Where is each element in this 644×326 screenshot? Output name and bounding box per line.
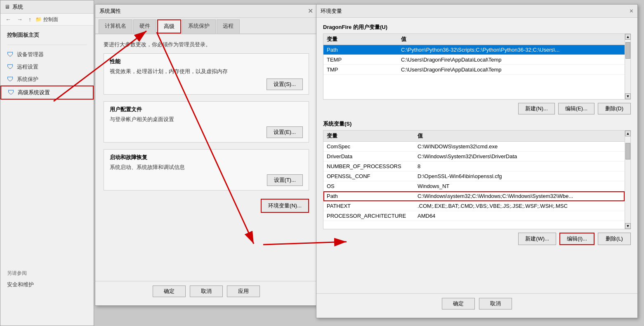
sys-var-col-header: 变量 <box>323 131 414 142</box>
user-edit-button[interactable]: 编辑(E)... <box>558 103 594 114</box>
shield-icon-3: 🛡 <box>7 76 14 83</box>
env-vars-footer: 确定 取消 <box>316 293 637 314</box>
user-profiles-settings-button[interactable]: 设置(E)... <box>267 126 303 138</box>
startup-recovery-section: 启动和故障恢复 系统启动、系统故障和调试信息 设置(T)... <box>104 149 309 190</box>
sys-edit-button[interactable]: 编辑(I)... <box>559 233 594 245</box>
sidebar-item-system-protection[interactable]: 🛡 系统保护 <box>0 73 94 86</box>
breadcrumb: 📁 控制面 <box>35 16 90 23</box>
user-vars-table-inner: 变量 值 Path C:\Python\Python36-32\Scripts;… <box>323 34 625 99</box>
user-var-row-temp[interactable]: TEMP C:\Users\DragonFire\AppData\Local\T… <box>323 55 625 65</box>
sys-scrollbar-thumb[interactable] <box>625 143 630 159</box>
tab-computer-name[interactable]: 计算机名 <box>99 19 132 33</box>
user-var-row-tmp[interactable]: TMP C:\Users\DragonFire\AppData\Local\Te… <box>323 65 625 75</box>
user-new-button[interactable]: 新建(N)... <box>518 103 555 114</box>
sys-var-row-driverdata[interactable]: DriverData C:\Windows\System32\Drivers\D… <box>323 152 625 162</box>
sys-var-row-comspec[interactable]: ComSpec C:\WINDOWS\system32\cmd.exe <box>323 142 625 152</box>
user-delete-button[interactable]: 删除(D) <box>598 103 631 114</box>
sys-props-titlebar: 系统属性 ✕ <box>95 5 317 18</box>
env-vars-close-button[interactable]: × <box>630 7 633 15</box>
shield-icon-1: 🛡 <box>7 51 14 58</box>
env-vars-title: 环境变量 <box>321 7 342 15</box>
sidebar: 控制面板主页 🛡 设备管理器 🛡 远程设置 🛡 系统保护 🛡 高级系统设置 另请… <box>0 26 94 294</box>
sys-var-row-openssl[interactable]: OPENSSL_CONF D:\OpenSSL-Win64\bin\openss… <box>323 171 625 181</box>
system-titlebar: 🖥 系统 <box>0 0 94 14</box>
sidebar-label-system-protection: 系统保护 <box>17 76 38 83</box>
user-vars-buttons: 新建(N)... 编辑(E)... 删除(D) <box>323 103 631 114</box>
sys-var-pathext-val: .COM;.EXE;.BAT;.CMD;.VBS;.VBE;.JS;.JSE;.… <box>414 201 625 211</box>
shield-icon-4: 🛡 <box>8 89 14 96</box>
sys-var-path-name: Path <box>323 191 414 201</box>
startup-recovery-title: 启动和故障恢复 <box>110 154 303 161</box>
navigation-bar: ← → ↑ 📁 控制面 <box>0 14 94 26</box>
user-val-col-header: 值 <box>398 34 625 45</box>
user-profiles-desc: 与登录帐户相关的桌面设置 <box>110 116 303 123</box>
sys-delete-button[interactable]: 删除(L) <box>598 233 631 245</box>
back-button[interactable]: ← <box>4 15 13 24</box>
sys-var-driverdata-val: C:\Windows\System32\Drivers\DriverData <box>414 152 625 162</box>
tab-system-protection[interactable]: 系统保护 <box>182 19 216 33</box>
sys-props-ok-button[interactable]: 确定 <box>153 286 186 297</box>
sys-new-button[interactable]: 新建(W)... <box>518 233 556 245</box>
env-vars-button[interactable]: 环境变量(N)... <box>261 199 309 213</box>
scrollbar-thumb[interactable] <box>625 42 630 59</box>
sys-props-footer: 确定 取消 应用 <box>95 281 317 301</box>
tab-hardware[interactable]: 硬件 <box>133 19 156 33</box>
user-vars-table: 变量 值 Path C:\Python\Python36-32\Scripts;… <box>323 34 625 75</box>
sidebar-label-device-manager: 设备管理器 <box>17 51 44 58</box>
env-vars-content: DragonFire 的用户变量(U) 变量 值 Path C:\Python\… <box>316 18 637 257</box>
env-cancel-button[interactable]: 取消 <box>479 298 512 309</box>
sys-props-apply-button[interactable]: 应用 <box>227 286 260 297</box>
sidebar-item-advanced-settings[interactable]: 🛡 高级系统设置 <box>0 86 94 100</box>
sys-var-row-os[interactable]: OS Windows_NT <box>323 181 625 191</box>
sys-var-os-name: OS <box>323 181 414 191</box>
user-var-temp-val: C:\Users\DragonFire\AppData\Local\Temp <box>398 55 625 65</box>
sys-props-content: 要进行大多数更改，你必须作为管理员登录。 性能 视觉效果，处理器计划，内存使用，… <box>95 34 317 219</box>
system-window: 🖥 系统 ← → ↑ 📁 控制面 控制面板主页 🛡 设备管理器 🛡 远程设置 🛡… <box>0 0 94 326</box>
sys-var-pathext-name: PATHEXT <box>323 201 414 211</box>
sys-var-driverdata-name: DriverData <box>323 152 414 162</box>
sys-props-close-button[interactable]: ✕ <box>308 7 313 15</box>
sys-var-row-num-processors[interactable]: NUMBER_OF_PROCESSORS 8 <box>323 162 625 171</box>
user-var-temp-name: TEMP <box>323 55 398 65</box>
sys-var-num-processors-name: NUMBER_OF_PROCESSORS <box>323 162 414 171</box>
user-var-row-path[interactable]: Path C:\Python\Python36-32\Scripts;C:\Py… <box>323 45 625 55</box>
performance-title: 性能 <box>110 58 303 65</box>
sidebar-label-advanced-settings: 高级系统设置 <box>18 89 50 96</box>
sys-var-row-path[interactable]: Path C:\Windows\system32;C:\Windows;C:\W… <box>323 191 625 201</box>
up-button[interactable]: ↑ <box>27 15 33 24</box>
sidebar-label-remote-settings: 远程设置 <box>17 63 38 71</box>
user-profiles-title: 用户配置文件 <box>110 106 303 113</box>
scrollbar-down-arrow[interactable]: ▼ <box>625 93 631 99</box>
tab-remote[interactable]: 远程 <box>217 19 240 33</box>
tab-advanced[interactable]: 高级 <box>157 19 181 33</box>
forward-button[interactable]: → <box>15 15 24 24</box>
user-vars-table-container: 变量 值 Path C:\Python\Python36-32\Scripts;… <box>323 33 631 100</box>
sys-var-comspec-name: ComSpec <box>323 142 414 152</box>
sidebar-item-remote-settings[interactable]: 🛡 远程设置 <box>0 61 94 73</box>
sys-var-row-pathext[interactable]: PATHEXT .COM;.EXE;.BAT;.CMD;.VBS;.VBE;.J… <box>323 201 625 211</box>
sidebar-label-security: 安全和维护 <box>7 281 34 288</box>
sidebar-item-security[interactable]: 安全和维护 <box>0 278 94 291</box>
sys-var-os-val: Windows_NT <box>414 181 625 191</box>
sys-var-row-proc-arch[interactable]: PROCESSOR_ARCHITECTURE AMD64 <box>323 211 625 221</box>
system-vars-scrollbar[interactable]: ▲ ▼ <box>625 131 630 229</box>
sys-var-openssl-val: D:\OpenSSL-Win64\bin\openssl.cfg <box>414 171 625 181</box>
sys-props-cancel-button[interactable]: 取消 <box>190 286 223 297</box>
sys-scrollbar-up-arrow[interactable]: ▲ <box>625 131 631 136</box>
system-vars-table: 变量 值 ComSpec C:\WINDOWS\system32\cmd.exe… <box>323 131 625 221</box>
user-vars-scrollbar[interactable]: ▲ ▼ <box>625 34 630 99</box>
system-title: 系统 <box>12 3 23 11</box>
sys-scrollbar-down-arrow[interactable]: ▼ <box>625 223 631 229</box>
user-var-col-header: 变量 <box>323 34 398 45</box>
user-var-tmp-name: TMP <box>323 65 398 75</box>
sidebar-item-device-manager[interactable]: 🛡 设备管理器 <box>0 48 94 61</box>
sys-var-path-val: C:\Windows\system32;C:\Windows;C:\Window… <box>414 191 625 201</box>
env-ok-button[interactable]: 确定 <box>442 298 475 309</box>
startup-recovery-settings-button[interactable]: 设置(T)... <box>267 174 303 186</box>
user-profiles-section: 用户配置文件 与登录帐户相关的桌面设置 设置(E)... <box>104 101 309 143</box>
user-var-path-val: C:\Python\Python36-32\Scripts;C:\Python\… <box>398 45 625 55</box>
system-icon: 🖥 <box>5 4 10 10</box>
tab-bar: 计算机名 硬件 高级 系统保护 远程 <box>95 18 317 34</box>
performance-settings-button[interactable]: 设置(S)... <box>267 79 303 90</box>
scrollbar-up-arrow[interactable]: ▲ <box>625 34 631 40</box>
